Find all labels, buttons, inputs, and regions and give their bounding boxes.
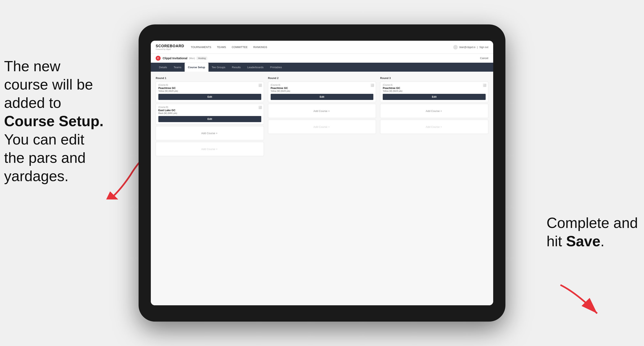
nav-links: TOURNAMENTS TEAMS COMMITTEE RANKINGS	[191, 46, 453, 49]
logo-area: SCOREBOARD Powered by clippd	[156, 44, 184, 50]
round-1-course-a-detail: Yellow (M) (6629 yds)	[158, 90, 261, 92]
tab-printables[interactable]: Printables	[267, 63, 285, 72]
plus-icon-r2: Add Course +	[314, 110, 330, 113]
logo-sub: Powered by clippd	[156, 48, 184, 50]
round-1-course-b-name: East Lake GC	[158, 109, 261, 112]
tab-teams[interactable]: Teams	[170, 63, 185, 72]
logo-scoreboard: SCOREBOARD	[156, 44, 184, 48]
round-3-course-a-label: (Course A)	[383, 84, 486, 86]
nav-right: blair@clippd.io | Sign out	[453, 45, 488, 49]
round-1-label: Round 1	[156, 77, 264, 80]
arrow-right	[556, 281, 614, 322]
tab-course-setup[interactable]: Course Setup	[185, 63, 208, 72]
plus-icon-2: Add Course +	[201, 148, 218, 151]
tournament-gender: (Men)	[189, 57, 195, 59]
round-2-course-a-detail: Yellow (M) (6629 yds)	[271, 90, 374, 92]
round-2-add-course-btn-2: Add Course +	[268, 120, 376, 134]
tab-leaderboards[interactable]: Leaderboards	[244, 63, 267, 72]
round-1-column: Round 1 ⬜ (Course A) Peachtree GC Yellow…	[156, 77, 264, 158]
round-2-course-a-edit-btn[interactable]: Edit	[271, 94, 374, 100]
round-3-label: Round 3	[380, 77, 488, 80]
round-3-column: Round 3 ⬜ (Course A) Peachtree GC Yellow…	[380, 77, 488, 158]
nav-separator: |	[477, 46, 478, 49]
round-3-add-course-btn[interactable]: Add Course +	[380, 104, 488, 118]
round-1-course-a-edit-btn[interactable]: Edit	[158, 94, 261, 100]
tournament-logo: C	[156, 56, 160, 61]
tab-results[interactable]: Results	[229, 63, 244, 72]
plus-icon-r3: Add Course +	[426, 110, 442, 113]
plus-icon-r3-2: Add Course +	[426, 125, 442, 128]
round-3-course-a-edit-btn[interactable]: Edit	[383, 94, 486, 100]
round-1-course-a-delete-btn[interactable]: ⬜	[258, 83, 262, 87]
round-3-course-a-card: ⬜ (Course A) Peachtree GC Yellow (M) (66…	[380, 82, 488, 102]
round-2-course-a-card: ⬜ (Course A) Peachtree GC Yellow (M) (66…	[268, 82, 376, 102]
round-1-course-b-edit-btn[interactable]: Edit	[158, 116, 261, 122]
plus-icon-r2-2: Add Course +	[314, 125, 330, 128]
round-1-course-a-name: Peachtree GC	[158, 86, 261, 90]
round-1-course-b-detail: Black (M) (6891 yds)	[158, 112, 261, 114]
tablet-screen: SCOREBOARD Powered by clippd TOURNAMENTS…	[151, 41, 493, 305]
top-nav: SCOREBOARD Powered by clippd TOURNAMENTS…	[151, 41, 493, 54]
round-2-add-course-btn[interactable]: Add Course +	[268, 104, 376, 118]
annotation-left: The new course will be added to Course S…	[4, 57, 104, 185]
nav-link-teams[interactable]: TEAMS	[217, 46, 226, 49]
rounds-grid: Round 1 ⬜ (Course A) Peachtree GC Yellow…	[156, 77, 488, 158]
tab-tee-groups[interactable]: Tee Groups	[208, 63, 229, 72]
round-3-course-a-detail: Yellow (M) (6629 yds)	[383, 90, 486, 92]
tablet-device: SCOREBOARD Powered by clippd TOURNAMENTS…	[138, 24, 506, 322]
user-avatar	[453, 45, 458, 49]
tournament-name: Clippd Invitational	[163, 57, 187, 60]
sign-out-link[interactable]: Sign out	[479, 46, 488, 49]
annotation-right: Complete and hit Save.	[546, 214, 638, 250]
round-1-add-course-btn-2: Add Course +	[156, 142, 264, 156]
round-2-course-a-label: (Course A)	[271, 84, 374, 86]
hosting-badge: Hosting	[196, 57, 207, 60]
round-1-add-course-btn[interactable]: Add Course +	[156, 126, 264, 140]
nav-link-tournaments[interactable]: TOURNAMENTS	[191, 46, 211, 49]
nav-link-rankings[interactable]: RANKINGS	[253, 46, 267, 49]
round-3-add-course-btn-2: Add Course +	[380, 120, 488, 134]
round-3-course-a-name: Peachtree GC	[383, 86, 486, 90]
round-1-course-b-label: (Course B)	[158, 106, 261, 108]
round-1-course-b-card: ⬜ (Course B) East Lake GC Black (M) (689…	[156, 104, 264, 124]
round-2-course-a-delete-btn[interactable]: ⬜	[370, 83, 374, 87]
cancel-button[interactable]: Cancel	[480, 57, 488, 60]
main-content: Round 1 ⬜ (Course A) Peachtree GC Yellow…	[151, 72, 493, 305]
round-1-course-b-delete-btn[interactable]: ⬜	[258, 106, 262, 109]
round-2-course-a-name: Peachtree GC	[271, 86, 374, 90]
round-3-course-a-delete-btn[interactable]: ⬜	[483, 83, 486, 87]
sub-header: C Clippd Invitational (Men) Hosting Canc…	[151, 54, 493, 63]
round-1-course-a-label: (Course A)	[158, 84, 261, 86]
round-2-label: Round 2	[268, 77, 376, 80]
round-1-course-a-card: ⬜ (Course A) Peachtree GC Yellow (M) (66…	[156, 82, 264, 102]
tab-details[interactable]: Details	[156, 63, 170, 72]
tab-bar: Details Teams Course Setup Tee Groups Re…	[151, 63, 493, 72]
nav-link-committee[interactable]: COMMITTEE	[232, 46, 248, 49]
round-2-column: Round 2 ⬜ (Course A) Peachtree GC Yellow…	[268, 77, 376, 158]
user-email: blair@clippd.io	[459, 46, 476, 49]
plus-icon: Add Course +	[201, 132, 218, 135]
